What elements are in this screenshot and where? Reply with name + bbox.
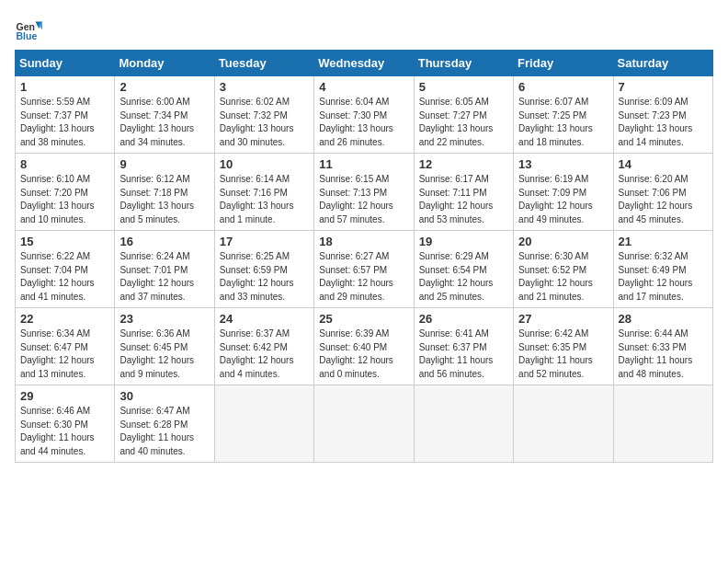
calendar-table: SundayMondayTuesdayWednesdayThursdayFrid… bbox=[15, 50, 713, 463]
day-number: 30 bbox=[119, 389, 209, 403]
day-number: 6 bbox=[518, 80, 608, 94]
day-info: Sunrise: 6:37 AMSunset: 6:42 PMDaylight:… bbox=[220, 327, 309, 381]
day-number: 24 bbox=[220, 312, 309, 326]
day-info: Sunrise: 6:27 AMSunset: 6:57 PMDaylight:… bbox=[319, 250, 408, 304]
day-header-wednesday: Wednesday bbox=[314, 51, 414, 76]
calendar-day-9: 9 Sunrise: 6:12 AMSunset: 7:18 PMDayligh… bbox=[115, 154, 214, 231]
calendar-day-15: 15 Sunrise: 6:22 AMSunset: 7:04 PMDaylig… bbox=[16, 231, 115, 308]
calendar-day-3: 3 Sunrise: 6:02 AMSunset: 7:32 PMDayligh… bbox=[214, 76, 313, 154]
day-number: 17 bbox=[220, 235, 309, 248]
day-number: 20 bbox=[518, 235, 608, 248]
calendar-week-3: 15 Sunrise: 6:22 AMSunset: 7:04 PMDaylig… bbox=[16, 231, 713, 308]
calendar-day-17: 17 Sunrise: 6:25 AMSunset: 6:59 PMDaylig… bbox=[214, 231, 313, 308]
calendar-day-13: 13 Sunrise: 6:19 AMSunset: 7:09 PMDaylig… bbox=[514, 154, 613, 231]
day-header-thursday: Thursday bbox=[414, 51, 513, 76]
day-info: Sunrise: 6:44 AMSunset: 6:33 PMDaylight:… bbox=[619, 327, 708, 381]
day-number: 8 bbox=[20, 157, 109, 171]
day-number: 27 bbox=[518, 312, 608, 326]
logo: Gen Blue bbox=[15, 15, 46, 42]
day-info: Sunrise: 6:12 AMSunset: 7:18 PMDaylight:… bbox=[119, 173, 209, 226]
day-info: Sunrise: 6:29 AMSunset: 6:54 PMDaylight:… bbox=[419, 250, 508, 304]
day-number: 23 bbox=[119, 312, 209, 326]
empty-cell bbox=[214, 385, 313, 463]
calendar-day-10: 10 Sunrise: 6:14 AMSunset: 7:16 PMDaylig… bbox=[214, 154, 313, 231]
calendar-day-1: 1 Sunrise: 5:59 AMSunset: 7:37 PMDayligh… bbox=[16, 76, 115, 154]
day-number: 5 bbox=[419, 80, 508, 94]
day-header-sunday: Sunday bbox=[16, 51, 115, 76]
day-info: Sunrise: 6:41 AMSunset: 6:37 PMDaylight:… bbox=[419, 327, 508, 381]
calendar-day-29: 29 Sunrise: 6:46 AMSunset: 6:30 PMDaylig… bbox=[16, 385, 115, 463]
day-info: Sunrise: 6:15 AMSunset: 7:13 PMDaylight:… bbox=[319, 173, 408, 226]
day-info: Sunrise: 6:36 AMSunset: 6:45 PMDaylight:… bbox=[119, 327, 209, 381]
calendar-week-1: 1 Sunrise: 5:59 AMSunset: 7:37 PMDayligh… bbox=[16, 76, 713, 154]
day-info: Sunrise: 6:09 AMSunset: 7:23 PMDaylight:… bbox=[619, 96, 708, 149]
calendar-day-8: 8 Sunrise: 6:10 AMSunset: 7:20 PMDayligh… bbox=[16, 154, 115, 231]
day-info: Sunrise: 6:20 AMSunset: 7:06 PMDaylight:… bbox=[619, 173, 708, 226]
svg-text:Blue: Blue bbox=[17, 30, 38, 41]
calendar-day-14: 14 Sunrise: 6:20 AMSunset: 7:06 PMDaylig… bbox=[613, 154, 712, 231]
day-number: 1 bbox=[20, 80, 109, 94]
day-number: 26 bbox=[419, 312, 508, 326]
day-number: 2 bbox=[119, 80, 209, 94]
calendar-day-25: 25 Sunrise: 6:39 AMSunset: 6:40 PMDaylig… bbox=[314, 308, 414, 385]
day-info: Sunrise: 6:47 AMSunset: 6:28 PMDaylight:… bbox=[119, 405, 209, 458]
calendar-day-19: 19 Sunrise: 6:29 AMSunset: 6:54 PMDaylig… bbox=[414, 231, 513, 308]
empty-cell bbox=[514, 385, 613, 463]
day-number: 21 bbox=[619, 235, 708, 248]
day-info: Sunrise: 6:17 AMSunset: 7:11 PMDaylight:… bbox=[419, 173, 508, 226]
calendar-week-5: 29 Sunrise: 6:46 AMSunset: 6:30 PMDaylig… bbox=[16, 385, 713, 463]
calendar-day-26: 26 Sunrise: 6:41 AMSunset: 6:37 PMDaylig… bbox=[414, 308, 513, 385]
day-number: 10 bbox=[220, 157, 309, 171]
calendar-day-22: 22 Sunrise: 6:34 AMSunset: 6:47 PMDaylig… bbox=[16, 308, 115, 385]
day-info: Sunrise: 6:46 AMSunset: 6:30 PMDaylight:… bbox=[20, 405, 109, 458]
day-header-friday: Friday bbox=[514, 51, 613, 76]
calendar-day-28: 28 Sunrise: 6:44 AMSunset: 6:33 PMDaylig… bbox=[613, 308, 712, 385]
calendar-day-4: 4 Sunrise: 6:04 AMSunset: 7:30 PMDayligh… bbox=[314, 76, 414, 154]
day-info: Sunrise: 6:05 AMSunset: 7:27 PMDaylight:… bbox=[419, 96, 508, 149]
day-number: 19 bbox=[419, 235, 508, 248]
day-number: 28 bbox=[619, 312, 708, 326]
day-number: 14 bbox=[619, 157, 708, 171]
day-info: Sunrise: 6:02 AMSunset: 7:32 PMDaylight:… bbox=[220, 96, 309, 149]
day-info: Sunrise: 6:39 AMSunset: 6:40 PMDaylight:… bbox=[319, 327, 408, 381]
page-header: Gen Blue bbox=[15, 15, 713, 42]
calendar-week-2: 8 Sunrise: 6:10 AMSunset: 7:20 PMDayligh… bbox=[16, 154, 713, 231]
calendar-header-row: SundayMondayTuesdayWednesdayThursdayFrid… bbox=[16, 51, 713, 76]
day-info: Sunrise: 6:30 AMSunset: 6:52 PMDaylight:… bbox=[518, 250, 608, 304]
calendar-day-24: 24 Sunrise: 6:37 AMSunset: 6:42 PMDaylig… bbox=[214, 308, 313, 385]
empty-cell bbox=[613, 385, 712, 463]
day-number: 13 bbox=[518, 157, 608, 171]
day-info: Sunrise: 6:22 AMSunset: 7:04 PMDaylight:… bbox=[20, 250, 109, 304]
day-info: Sunrise: 6:19 AMSunset: 7:09 PMDaylight:… bbox=[518, 173, 608, 226]
day-number: 25 bbox=[319, 312, 408, 326]
calendar-day-5: 5 Sunrise: 6:05 AMSunset: 7:27 PMDayligh… bbox=[414, 76, 513, 154]
day-number: 7 bbox=[619, 80, 708, 94]
calendar-day-21: 21 Sunrise: 6:32 AMSunset: 6:49 PMDaylig… bbox=[613, 231, 712, 308]
day-number: 22 bbox=[20, 312, 109, 326]
calendar-day-18: 18 Sunrise: 6:27 AMSunset: 6:57 PMDaylig… bbox=[314, 231, 414, 308]
day-info: Sunrise: 5:59 AMSunset: 7:37 PMDaylight:… bbox=[20, 96, 109, 149]
day-info: Sunrise: 6:07 AMSunset: 7:25 PMDaylight:… bbox=[518, 96, 608, 149]
day-info: Sunrise: 6:25 AMSunset: 6:59 PMDaylight:… bbox=[220, 250, 309, 304]
calendar-day-2: 2 Sunrise: 6:00 AMSunset: 7:34 PMDayligh… bbox=[115, 76, 214, 154]
day-number: 15 bbox=[20, 235, 109, 248]
day-number: 4 bbox=[319, 80, 408, 94]
calendar-day-6: 6 Sunrise: 6:07 AMSunset: 7:25 PMDayligh… bbox=[514, 76, 613, 154]
day-info: Sunrise: 6:42 AMSunset: 6:35 PMDaylight:… bbox=[518, 327, 608, 381]
calendar-day-20: 20 Sunrise: 6:30 AMSunset: 6:52 PMDaylig… bbox=[514, 231, 613, 308]
day-header-saturday: Saturday bbox=[613, 51, 712, 76]
day-info: Sunrise: 6:34 AMSunset: 6:47 PMDaylight:… bbox=[20, 327, 109, 381]
calendar-day-7: 7 Sunrise: 6:09 AMSunset: 7:23 PMDayligh… bbox=[613, 76, 712, 154]
calendar-day-30: 30 Sunrise: 6:47 AMSunset: 6:28 PMDaylig… bbox=[115, 385, 214, 463]
day-number: 12 bbox=[419, 157, 508, 171]
day-number: 11 bbox=[319, 157, 408, 171]
day-header-tuesday: Tuesday bbox=[214, 51, 313, 76]
empty-cell bbox=[314, 385, 414, 463]
day-info: Sunrise: 6:14 AMSunset: 7:16 PMDaylight:… bbox=[220, 173, 309, 226]
day-number: 18 bbox=[319, 235, 408, 248]
empty-cell bbox=[414, 385, 513, 463]
day-info: Sunrise: 6:04 AMSunset: 7:30 PMDaylight:… bbox=[319, 96, 408, 149]
day-info: Sunrise: 6:32 AMSunset: 6:49 PMDaylight:… bbox=[619, 250, 708, 304]
day-info: Sunrise: 6:24 AMSunset: 7:01 PMDaylight:… bbox=[119, 250, 209, 304]
calendar-day-23: 23 Sunrise: 6:36 AMSunset: 6:45 PMDaylig… bbox=[115, 308, 214, 385]
